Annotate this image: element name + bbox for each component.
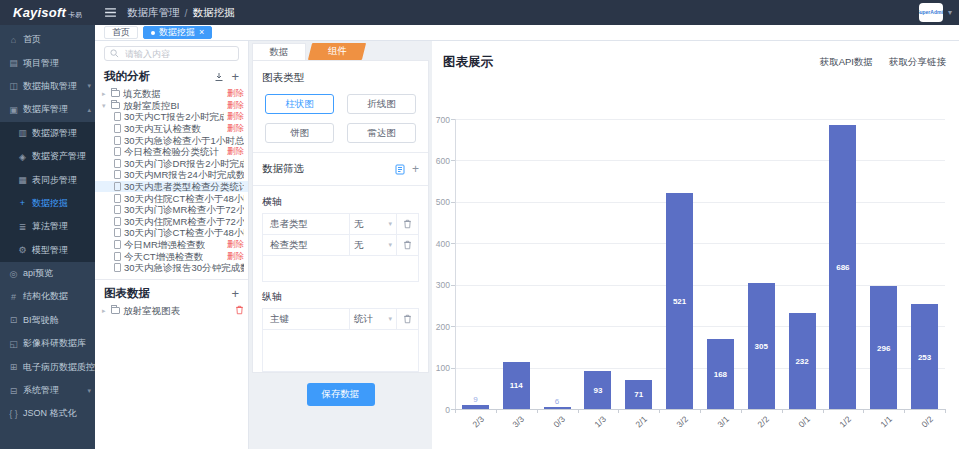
add-chart-data-button[interactable]: +	[231, 287, 239, 300]
chevron-down-icon: ▾	[388, 220, 392, 228]
sidebar-item-label: 系统管理	[23, 384, 59, 397]
tab-component[interactable]: 组件	[308, 43, 366, 60]
tree-item[interactable]: 30天内门诊MR检查小于72小时总计	[95, 204, 248, 216]
model-icon: ⚙	[17, 245, 28, 255]
chevron-down-icon: ▾	[388, 241, 392, 249]
delete-field-button[interactable]	[396, 309, 418, 329]
get-api-data-link[interactable]: 获取API数据	[820, 56, 873, 69]
sidebar-item-datasource[interactable]: ▥数据源管理	[0, 122, 95, 145]
tree-item[interactable]: 30天内CT报告2小时完成数删除	[95, 111, 248, 123]
tree-item[interactable]: 30天内门诊CT检查小于48小时总计	[95, 227, 248, 239]
chart-type-radar-button[interactable]: 雷达图	[347, 123, 416, 143]
tree-item[interactable]: 30天内MR报告24小时完成数	[95, 169, 248, 181]
sidebar-item-data-extract[interactable]: ◫数据抽取管理▾	[0, 75, 95, 98]
trash-icon[interactable]	[235, 305, 244, 315]
bar-value-label: 71	[625, 390, 652, 399]
tree-item[interactable]: 30天内门诊DR报告2小时完成数	[95, 158, 248, 170]
tree-item[interactable]: 今日检查检验分类统计删除	[95, 146, 248, 158]
add-analysis-button[interactable]: +	[231, 70, 239, 83]
chart-data-header: 图表数据 +	[95, 280, 248, 304]
sidebar-item-label: 数据挖掘	[32, 197, 68, 210]
sidebar-item-data-asset[interactable]: ◈数据资产管理	[0, 145, 95, 168]
expand-arrow-icon[interactable]: ▾	[102, 100, 108, 111]
chart-type-pie-button[interactable]: 饼图	[265, 123, 334, 143]
tree-item[interactable]: 30天内住院CT检查小于48小时总计	[95, 192, 248, 204]
tab-home[interactable]: 首页	[104, 26, 138, 39]
tab-data[interactable]: 数据	[252, 43, 306, 60]
sidebar-item-imaging-db[interactable]: ◱影像科研数据库	[0, 332, 95, 355]
sidebar-item-model[interactable]: ⚙模型管理	[0, 239, 95, 262]
data-filter-title: 数据筛选	[262, 162, 304, 176]
tree-item-label: 放射室质控BI	[123, 100, 179, 111]
x-tick-label: 2/3	[470, 414, 485, 429]
chevron-down-icon[interactable]: ▾	[948, 8, 952, 17]
chart-display-title: 图表展示	[443, 54, 493, 71]
sidebar-item-emr-qc[interactable]: ⊞电子病历数据质控	[0, 355, 95, 378]
filter-clipboard-icon[interactable]	[395, 164, 405, 175]
tree-item[interactable]: 30天内急诊检查小于1小时总计	[95, 134, 248, 146]
delete-link[interactable]: 删除	[227, 123, 244, 134]
import-icon[interactable]	[214, 72, 224, 82]
tree-item-label: 今天CT增强检查数	[124, 251, 203, 262]
sidebar-item-data-mining[interactable]: +数据挖掘	[0, 192, 95, 215]
chart-type-bar-button[interactable]: 柱状图	[265, 94, 334, 114]
tab-data-mining[interactable]: 数据挖掘×	[143, 26, 212, 39]
tree-item[interactable]: ▸填充数据删除	[95, 88, 248, 100]
delete-link[interactable]: 删除	[227, 88, 244, 99]
chart-type-line-button[interactable]: 折线图	[347, 94, 416, 114]
chart-data-list: ▸放射室视图表	[95, 304, 248, 317]
tree-item[interactable]: ▾放射室质控BI删除	[95, 100, 248, 112]
delete-link[interactable]: 删除	[227, 111, 244, 122]
agg-select[interactable]: 无▾	[349, 235, 396, 255]
tree-item[interactable]: 30天内急诊报告30分钟完成数	[95, 262, 248, 274]
get-share-link[interactable]: 获取分享链接	[889, 56, 946, 69]
agg-select[interactable]: 无▾	[349, 214, 396, 234]
sidebar-item-algorithm[interactable]: ≣算法管理	[0, 215, 95, 238]
sidebar-item-api-preview[interactable]: ◎api预览	[0, 262, 95, 285]
agg-select[interactable]: 统计▾	[349, 309, 396, 329]
file-icon	[114, 147, 121, 156]
tree-item[interactable]: 30天内住院MR检查小于72小时总计	[95, 216, 248, 228]
datasource-icon: ▥	[17, 128, 28, 138]
x-tick-label: 2/1	[633, 414, 648, 429]
sidebar-item-table-sync[interactable]: ▦表同步管理	[0, 168, 95, 191]
close-tab-icon[interactable]: ×	[199, 28, 204, 37]
sidebar-item-home[interactable]: ⌂首页	[0, 28, 95, 51]
expand-arrow-icon[interactable]: ▸	[102, 88, 108, 99]
folder-icon	[111, 307, 120, 314]
save-data-button[interactable]: 保存数据	[307, 383, 375, 406]
x-tick-label: 1/3	[593, 414, 608, 429]
file-icon	[114, 217, 121, 226]
delete-link[interactable]: 删除	[227, 100, 244, 111]
breadcrumb-parent[interactable]: 数据库管理	[127, 6, 180, 20]
table-sync-icon: ▦	[17, 175, 28, 185]
tree-item[interactable]: 30天内互认检查数删除	[95, 123, 248, 135]
sidebar-item-json-format[interactable]: { }JSON 格式化	[0, 402, 95, 425]
logo: Kayisoft 卡易	[0, 5, 95, 20]
delete-link[interactable]: 删除	[227, 146, 244, 157]
sidebar-item-structured-data[interactable]: #结构化数据	[0, 285, 95, 308]
x-tick-label: 0/2	[919, 414, 934, 429]
sidebar-item-system[interactable]: ⊟系统管理▾	[0, 379, 95, 402]
delete-link[interactable]: 删除	[227, 239, 244, 250]
tree-item[interactable]: 30天内患者类型检查分类统计	[95, 181, 248, 193]
sidebar-item-database[interactable]: ▣数据库管理▴	[0, 98, 95, 121]
tree-item[interactable]: ▸放射室视图表	[95, 305, 248, 317]
delete-link[interactable]: 删除	[227, 251, 244, 262]
user-avatar[interactable]: SuperAdmin	[919, 3, 943, 22]
chart-type-grid: 柱状图折线图饼图雷达图	[262, 94, 419, 143]
sidebar-item-project[interactable]: ▤项目管理	[0, 51, 95, 74]
sidebar-item-bi-cockpit[interactable]: ⊡BI驾驶舱	[0, 309, 95, 332]
tree-item[interactable]: 今天CT增强检查数删除	[95, 250, 248, 262]
imaging-db-icon: ◱	[8, 339, 19, 349]
delete-field-button[interactable]	[396, 235, 418, 255]
hamburger-icon[interactable]	[105, 8, 116, 17]
delete-field-button[interactable]	[396, 214, 418, 234]
file-icon	[114, 112, 121, 121]
tree-item[interactable]: 今日MR增强检查数删除	[95, 239, 248, 251]
gridline	[455, 160, 945, 161]
add-filter-button[interactable]: +	[412, 163, 419, 175]
search-input[interactable]	[123, 48, 233, 60]
expand-arrow-icon[interactable]: ▸	[102, 305, 108, 316]
bar: 232	[789, 313, 816, 409]
